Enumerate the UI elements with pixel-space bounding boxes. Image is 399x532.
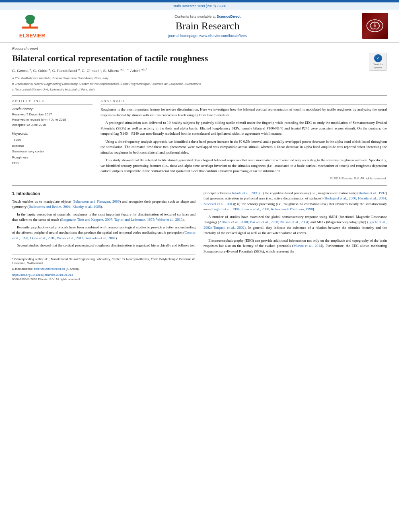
homepage-link[interactable]: journal homepage: www.elsevier.com/locat… xyxy=(168,34,247,38)
journal-info-center: Contents lists available at ScienceDirec… xyxy=(56,14,359,38)
affil-c: c Neurorehabilitation Unit, University H… xyxy=(12,87,387,92)
ref-kitada[interactable]: Kitada et al., 2005 xyxy=(232,191,258,195)
keyword-eeg: EEG xyxy=(12,160,93,166)
svg-point-6 xyxy=(374,25,376,27)
svg-point-3 xyxy=(26,18,34,24)
ref-connor[interactable]: Connor et al., 1990; Oddo et al., 2016; … xyxy=(12,230,195,240)
publisher-logo-area: ELSEVIER xyxy=(8,13,56,39)
corresponding-author-note: * Corresponding author at: ; Translation… xyxy=(12,257,195,266)
article-content: Research report Bilateral cortical repre… xyxy=(0,43,399,286)
keyword-somatosensory: Somatosensory cortex xyxy=(12,149,93,154)
keyword-roughness: Roughness xyxy=(12,155,93,160)
affil-b: b Translational Neural Engineering Labor… xyxy=(12,82,387,86)
abstract-header: ABSTRACT xyxy=(101,99,387,105)
affiliations: a The BioRobotics Institute, Scuola Supe… xyxy=(12,76,387,92)
keyword-touch: Touch xyxy=(12,137,93,143)
ref-munoz[interactable]: Munoz et al., 2014 xyxy=(293,244,322,248)
copyright-line: © 2018 Elsevier B.V. All rights reserved… xyxy=(101,177,387,180)
issn-line: 0006-8993/© 2018 Elsevier B.V. All right… xyxy=(12,277,195,281)
abstract-text: Roughness is the most important feature … xyxy=(101,107,387,174)
brain-icon xyxy=(364,15,386,37)
elsevier-label: ELSEVIER xyxy=(19,33,45,39)
author-chisari: C. Chisari c xyxy=(82,68,101,73)
article-info-abstract: ARTICLE INFO Article history: Received 7… xyxy=(12,99,387,180)
journal-citation: Brain Research 1699 (2018) 79–88 xyxy=(173,4,226,8)
author-oddo: C. Oddo a xyxy=(33,68,50,73)
header-separator xyxy=(12,95,387,96)
abstract-p4: This study showed that the selected tact… xyxy=(101,158,387,174)
abstract-p3: Using a time-frequency analysis approach… xyxy=(101,139,387,156)
intro-p4: Several studies showed that the cortical… xyxy=(12,243,195,249)
journal-title: Brain Research xyxy=(56,20,359,32)
history-revised: Received in revised form 7 June 2018 xyxy=(12,117,93,123)
ref-bodegard[interactable]: Bodegård et al., 2000; Harada et al., 20… xyxy=(204,196,387,206)
history-label: Article history: xyxy=(12,107,93,111)
history-accepted: Accepted 12 June 2018 xyxy=(12,123,93,128)
keyword-bilateral: Bilateral xyxy=(12,143,93,149)
brain-research-logo xyxy=(362,13,388,39)
body-col-left: 1. Introduction Touch enables us to mani… xyxy=(12,191,195,282)
authors-line: C. Genna a, C. Oddo a, C. Fanciullacci a… xyxy=(12,68,365,74)
ref-burton[interactable]: Burton et al., 1997 xyxy=(359,191,386,195)
author-micera: S. Micera a,b xyxy=(103,68,124,73)
page: Brain Research 1699 (2018) 79–88 ELSEVIE… xyxy=(0,0,399,286)
elsevier-tree-logo xyxy=(14,13,50,31)
email-label: E-mail address: xyxy=(12,267,33,271)
body-content: 1. Introduction Touch enables us to mani… xyxy=(12,191,387,282)
brain-logo-inner xyxy=(362,13,388,39)
affil-a: a The BioRobotics Institute, Scuola Supe… xyxy=(12,76,387,81)
ref-arthurs[interactable]: Arthurs et al., 2000; Backes et al., 200… xyxy=(219,220,308,224)
ref-johansson[interactable]: Johansson and Flanagan, 2009 xyxy=(74,199,120,203)
body-col-right: principal schemes (Kitada et al., 2005):… xyxy=(204,191,387,282)
journal-header: ELSEVIER Contents lists available at Sci… xyxy=(0,10,399,43)
check-icon: ✓ xyxy=(374,54,382,62)
intro-r1: principal schemes (Kitada et al., 2005):… xyxy=(204,191,387,212)
ref-coghill[interactable]: Coghill et al., 1994; Francis et al., 20… xyxy=(212,207,313,211)
intro-text-left: Touch enables us to manipulate objects (… xyxy=(12,199,195,249)
sciencedirect-line: Contents lists available at ScienceDirec… xyxy=(56,14,359,18)
author-artoni: F. Artoni a,b,* xyxy=(126,68,147,73)
footer-notes: * Corresponding author at: ; Translation… xyxy=(12,255,195,282)
intro-p1: Touch enables us to manipulate objects (… xyxy=(12,199,195,210)
intro-title: 1. Introduction xyxy=(12,191,195,197)
email-suffix: (F. Artoni). xyxy=(66,267,80,271)
article-type-label: Research report xyxy=(12,47,387,51)
article-info-column: ARTICLE INFO Article history: Received 7… xyxy=(12,99,93,180)
intro-r2: A number of studies have examined the gl… xyxy=(204,214,387,236)
keywords-section: Keywords: Touch Bilateral Somatosensory … xyxy=(12,131,93,166)
doi-footer[interactable]: https://doi.org/10.1016/j.brainres.2018.… xyxy=(12,273,195,277)
history-received: Received 7 December 2017 xyxy=(12,112,93,117)
intro-p3: Recently, psychophysical protocols have … xyxy=(12,225,195,241)
abstract-p2: A prolonged stimulation was delivered to… xyxy=(101,120,387,137)
check-for-updates-badge[interactable]: ✓ Check forupdates xyxy=(369,53,387,71)
author-fanciullacci: C. Fanciullacci a xyxy=(52,68,80,73)
abstract-column: ABSTRACT Roughness is the most important… xyxy=(101,99,387,180)
author-genna: C. Genna a xyxy=(12,68,31,73)
article-info-header: ARTICLE INFO xyxy=(12,99,93,105)
ref-bergmann[interactable]: Bergmann Tiest and Kappers, 2007; Taylor… xyxy=(61,218,183,222)
journal-homepage: journal homepage: www.elsevier.com/locat… xyxy=(56,34,359,38)
intro-r3: Electroencephalography (EEG) can provide… xyxy=(204,238,387,255)
article-title: Bilateral cortical representation of tac… xyxy=(12,53,365,64)
intro-text-right: principal schemes (Kitada et al., 2005):… xyxy=(204,191,387,255)
journal-logo-right xyxy=(359,13,391,39)
article-history: Article history: Received 7 December 201… xyxy=(12,107,93,127)
intro-p2: In the haptic perception of materials, r… xyxy=(12,212,195,223)
doi-top-line: Brain Research 1699 (2018) 79–88 xyxy=(0,2,399,10)
sciencedirect-link[interactable]: ScienceDirect xyxy=(217,14,241,18)
svg-rect-4 xyxy=(22,27,38,29)
email-note: E-mail address: fiorenzo.artoni@epfl.ch … xyxy=(12,267,195,271)
ref-ballesteros[interactable]: Ballesteros and Reales, 2004; Klatzky et… xyxy=(29,205,101,209)
abstract-p1: Roughness is the most important feature … xyxy=(101,107,387,118)
check-updates-text: Check forupdates xyxy=(373,63,383,70)
keywords-label: Keywords: xyxy=(12,131,93,136)
main-separator xyxy=(12,185,387,186)
email-link[interactable]: fiorenzo.artoni@epfl.ch xyxy=(34,267,65,271)
